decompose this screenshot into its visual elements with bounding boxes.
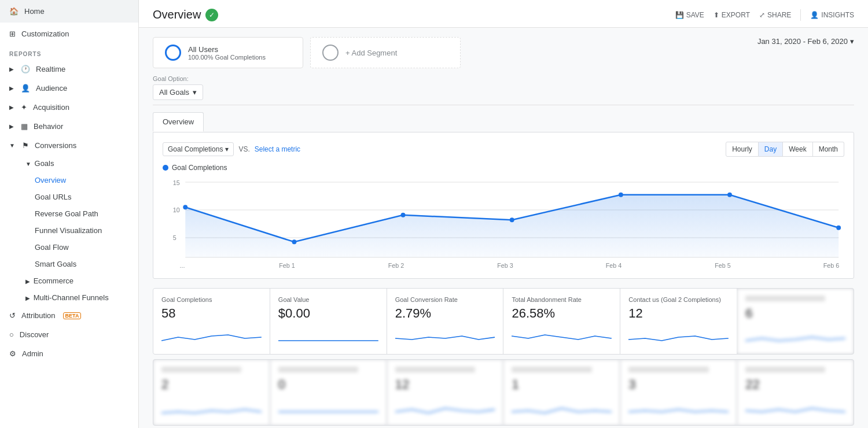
- blurred-label-1: [161, 367, 241, 372]
- conversions-label: Conversions: [35, 141, 76, 150]
- metric-dropdown-value: Goal Completions: [168, 145, 223, 153]
- stat-card-abandonment-rate[interactable]: Total Abandonment Rate 26.58%: [503, 289, 620, 354]
- tab-overview-label: Overview: [163, 117, 194, 126]
- mini-chart-4: [628, 324, 729, 345]
- topbar-actions: 💾 SAVE ⬆ EXPORT ⤢ SHARE 👤 INSIGHTS: [675, 9, 854, 21]
- sidebar-sub-sub-item-goal-urls[interactable]: Goal URLs: [0, 189, 138, 205]
- mini-chart-r2-0: [161, 396, 262, 416]
- chevron-right-icon: ▶: [25, 278, 30, 285]
- sidebar-item-discover[interactable]: ○ Discover: [0, 325, 138, 344]
- svg-text:Feb 5: Feb 5: [715, 262, 731, 269]
- tab-overview[interactable]: Overview: [153, 112, 204, 132]
- time-btn-day[interactable]: Day: [759, 142, 783, 157]
- time-buttons: Hourly Day Week Month: [726, 142, 844, 157]
- add-segment-button[interactable]: + Add Segment: [310, 37, 461, 68]
- sidebar-item-attribution[interactable]: ↺ Attribution BETA: [0, 306, 138, 325]
- stat-value-row2-4: 3: [628, 377, 729, 392]
- select-metric-link[interactable]: Select a metric: [255, 145, 300, 153]
- stat-card-blurred-2[interactable]: 0: [270, 360, 387, 425]
- svg-text:Feb 1: Feb 1: [279, 262, 295, 269]
- goal-option-label: Goal Option:: [153, 75, 854, 82]
- stats-grid-row1: Goal Completions 58 Goal Value $0.00 Goa…: [153, 288, 854, 355]
- legend-dot-icon: [163, 165, 168, 171]
- goal-flow-label: Goal Flow: [35, 243, 69, 252]
- export-label: EXPORT: [722, 11, 750, 19]
- stat-card-blurred-4[interactable]: 1: [503, 360, 620, 425]
- svg-text:15: 15: [173, 179, 180, 186]
- time-btn-hourly[interactable]: Hourly: [726, 142, 759, 157]
- sidebar-sub-sub-item-overview[interactable]: Overview: [0, 172, 138, 189]
- blurred-label-3: [395, 367, 475, 372]
- stat-card-goal-value[interactable]: Goal Value $0.00: [270, 289, 387, 354]
- chart-container: 15 10 5: [163, 176, 844, 269]
- chart-dot-2: [401, 213, 406, 217]
- stat-card-blurred-3[interactable]: 12: [387, 360, 503, 425]
- sidebar-sub-sub-item-goal-flow[interactable]: Goal Flow: [0, 239, 138, 256]
- svg-text:Feb 2: Feb 2: [388, 262, 404, 269]
- reverse-goal-path-label: Reverse Goal Path: [35, 209, 98, 218]
- gear-icon: ⚙: [9, 349, 16, 358]
- metric-selector: Goal Completions ▾ VS. Select a metric: [163, 142, 300, 156]
- sidebar-sub-sub-item-reverse-goal-path[interactable]: Reverse Goal Path: [0, 205, 138, 222]
- sidebar-item-admin[interactable]: ⚙ Admin: [0, 344, 138, 363]
- multichannel-label: Multi-Channel Funnels: [34, 293, 109, 302]
- time-btn-month[interactable]: Month: [813, 142, 844, 157]
- mini-chart-0: [161, 324, 262, 345]
- save-button[interactable]: 💾 SAVE: [675, 11, 704, 19]
- stat-card-goal-completions[interactable]: Goal Completions 58: [153, 289, 270, 354]
- mini-chart-r2-5: [745, 396, 845, 416]
- goal-select-dropdown[interactable]: All Goals ▾: [153, 84, 203, 100]
- segment-subtitle: 100.00% Goal Completions: [188, 54, 266, 61]
- segment-name: All Users: [188, 45, 266, 54]
- chevron-right-icon: ▶: [9, 104, 14, 110]
- sidebar-home-label: Home: [24, 7, 45, 16]
- sidebar-sub-item-multichannel[interactable]: ▶ Multi-Channel Funnels: [0, 289, 138, 306]
- metric-dropdown[interactable]: Goal Completions ▾: [163, 142, 234, 156]
- share-button[interactable]: ⤢ SHARE: [759, 11, 791, 19]
- chevron-right-icon: ▶: [9, 66, 14, 72]
- segment-bar: All Users 100.00% Goal Completions + Add…: [153, 37, 461, 68]
- export-button[interactable]: ⬆ EXPORT: [713, 11, 750, 19]
- sidebar-item-acquisition[interactable]: ▶ ✦ Acquisition: [0, 98, 138, 117]
- stat-card-contact-us[interactable]: Contact us (Goal 2 Completions) 12: [620, 289, 737, 354]
- attribution-label: Attribution: [21, 311, 56, 320]
- stat-card-conversion-rate[interactable]: Goal Conversion Rate 2.79%: [387, 289, 503, 354]
- sidebar-sub-sub-item-funnel-visualization[interactable]: Funnel Visualization: [0, 222, 138, 239]
- sidebar-item-customization[interactable]: ⊞ Customization: [0, 23, 138, 45]
- time-btn-week[interactable]: Week: [783, 142, 812, 157]
- date-range-picker[interactable]: Jan 31, 2020 - Feb 6, 2020 ▾: [757, 37, 854, 46]
- add-segment-label: + Add Segment: [345, 49, 397, 57]
- mini-chart-3: [512, 324, 612, 345]
- attribution-icon: ↺: [9, 311, 16, 320]
- sidebar-item-home[interactable]: 🏠 Home: [0, 0, 138, 23]
- sidebar-sub-item-ecommerce[interactable]: ▶ Ecommerce: [0, 272, 138, 289]
- svg-text:Feb 3: Feb 3: [497, 262, 513, 269]
- chart-legend: Goal Completions: [163, 164, 844, 172]
- line-chart: 15 10 5: [163, 176, 844, 269]
- sidebar-item-realtime[interactable]: ▶ 🕐 Realtime: [0, 60, 138, 79]
- stat-card-blurred-6[interactable]: 22: [737, 360, 854, 425]
- goals-label: Goals: [35, 159, 54, 168]
- stat-label-4: Contact us (Goal 2 Completions): [628, 296, 729, 304]
- customization-icon: ⊞: [9, 29, 16, 38]
- sidebar-item-behavior[interactable]: ▶ ▦ Behavior: [0, 117, 138, 136]
- stat-value-3: 26.58%: [512, 306, 612, 321]
- page-title: Overview: [153, 8, 201, 21]
- sidebar-item-audience[interactable]: ▶ 👤 Audience: [0, 79, 138, 98]
- funnel-visualization-label: Funnel Visualization: [35, 226, 102, 235]
- segment-card-all-users[interactable]: All Users 100.00% Goal Completions: [153, 37, 303, 68]
- mini-chart-r2-1: [278, 396, 378, 416]
- main-content: Overview ✓ 💾 SAVE ⬆ EXPORT ⤢ SHARE 👤 INS…: [139, 0, 868, 428]
- sidebar-sub-item-goals[interactable]: ▼ Goals: [0, 155, 138, 172]
- stat-value-row2-2: 12: [395, 377, 495, 392]
- sidebar-sub-sub-item-smart-goals[interactable]: Smart Goals: [0, 256, 138, 272]
- stat-card-blurred-5[interactable]: 3: [620, 360, 737, 425]
- stat-card-blurred-0[interactable]: 6: [737, 289, 854, 354]
- flag-icon: ⚑: [22, 141, 29, 150]
- share-label: SHARE: [767, 11, 791, 19]
- sidebar-item-conversions[interactable]: ▼ ⚑ Conversions: [0, 136, 138, 155]
- chevron-right-icon: ▶: [9, 123, 14, 130]
- insights-button[interactable]: 👤 INSIGHTS: [810, 11, 854, 19]
- segment-circle-icon: [165, 45, 181, 61]
- stat-card-blurred-1[interactable]: 2: [153, 360, 270, 425]
